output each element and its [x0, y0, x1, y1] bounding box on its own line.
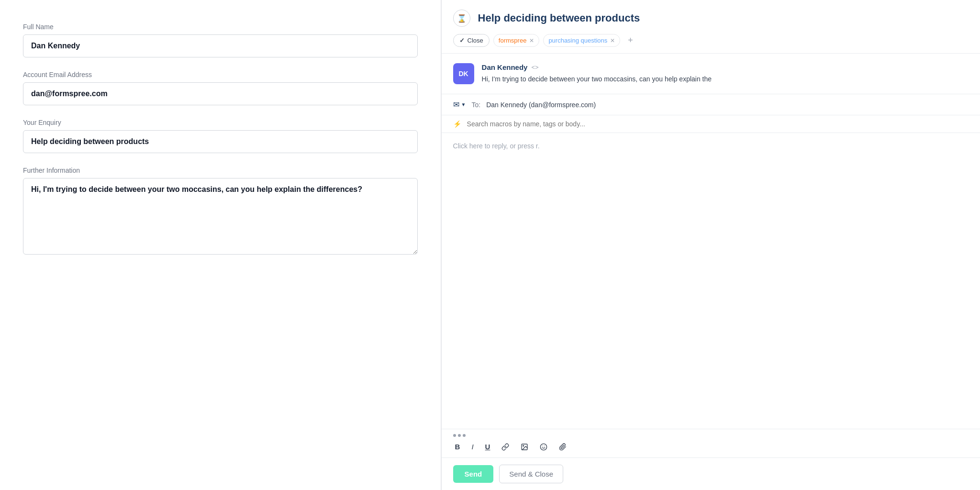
link-button[interactable]	[500, 441, 511, 453]
email-group: Account Email Address	[23, 71, 418, 105]
sender-row: Dan Kennedy <>	[482, 63, 969, 71]
mail-icon: ✉	[453, 100, 459, 109]
mail-icon-button[interactable]: ✉ ▼	[453, 100, 466, 109]
formspree-tag[interactable]: formspree ✕	[493, 34, 540, 47]
code-icon: <>	[531, 64, 538, 71]
close-tag-button[interactable]: ✓ Close	[453, 34, 490, 47]
enquiry-input[interactable]	[23, 130, 418, 153]
full-name-input[interactable]	[23, 34, 418, 57]
emoji-button[interactable]	[538, 441, 549, 453]
enquiry-label: Your Enquiry	[23, 119, 418, 126]
email-input[interactable]	[23, 82, 418, 105]
message-area: DK Dan Kennedy <> Hi, I'm trying to deci…	[442, 54, 980, 94]
purchasing-tag-label: purchasing questions	[548, 37, 607, 44]
attachment-button[interactable]	[557, 441, 568, 453]
reply-placeholder: Click here to reply, or press r.	[453, 142, 540, 150]
left-panel: Full Name Account Email Address Your Enq…	[0, 0, 441, 490]
image-icon	[521, 443, 528, 451]
conversation-title: Help deciding between products	[478, 12, 969, 24]
dot-3	[463, 434, 466, 437]
macro-row: ⚡	[442, 115, 980, 133]
lightning-icon: ⚡	[453, 120, 461, 128]
italic-button[interactable]: I	[469, 441, 475, 453]
close-tag-label: Close	[468, 37, 483, 44]
formspree-tag-label: formspree	[499, 37, 527, 44]
message-content: Dan Kennedy <> Hi, I'm trying to decide …	[482, 63, 969, 84]
image-button[interactable]	[519, 441, 530, 453]
toolbar-buttons: B I U	[453, 441, 969, 453]
full-name-label: Full Name	[23, 23, 418, 31]
right-panel: ⌛ Help deciding between products ✓ Close…	[441, 0, 980, 490]
message-text: Hi, I'm trying to decide between your tw…	[482, 74, 969, 84]
action-bar: Send Send & Close	[442, 457, 980, 490]
link-icon	[501, 443, 509, 451]
full-name-group: Full Name	[23, 23, 418, 57]
email-label: Account Email Address	[23, 71, 418, 78]
conversation-header: ⌛ Help deciding between products ✓ Close…	[442, 0, 980, 54]
send-close-button[interactable]: Send & Close	[499, 465, 563, 483]
toolbar-dots	[453, 434, 969, 437]
macro-search-input[interactable]	[467, 120, 969, 128]
underline-button[interactable]: U	[483, 441, 492, 453]
purchasing-tag[interactable]: purchasing questions ✕	[543, 34, 620, 47]
further-info-group: Further Information	[23, 167, 418, 256]
purchasing-tag-remove[interactable]: ✕	[610, 37, 615, 44]
editor-toolbar: B I U	[442, 429, 980, 457]
to-label: To:	[472, 101, 481, 109]
emoji-icon	[540, 443, 547, 451]
add-tag-button[interactable]: +	[624, 33, 637, 47]
to-row: ✉ ▼ To: Dan Kennedy (dan@formspree.com)	[442, 94, 980, 115]
dot-1	[453, 434, 456, 437]
title-row: ⌛ Help deciding between products	[453, 10, 969, 27]
formspree-tag-remove[interactable]: ✕	[529, 37, 534, 44]
reply-text-area[interactable]: Click here to reply, or press r.	[442, 133, 980, 429]
history-button[interactable]: ⌛	[453, 10, 470, 27]
enquiry-group: Your Enquiry	[23, 119, 418, 153]
send-button[interactable]: Send	[453, 465, 494, 483]
attachment-icon	[559, 443, 567, 451]
tags-row: ✓ Close formspree ✕ purchasing questions…	[453, 33, 969, 53]
sender-name: Dan Kennedy	[482, 63, 528, 71]
svg-point-2	[541, 444, 547, 450]
history-icon: ⌛	[457, 14, 467, 23]
dropdown-arrow-icon: ▼	[461, 102, 466, 107]
checkmark-icon: ✓	[459, 37, 465, 44]
sender-avatar: DK	[453, 63, 474, 84]
to-value: Dan Kennedy (dan@formspree.com)	[486, 101, 596, 109]
dot-2	[458, 434, 461, 437]
reply-area: ✉ ▼ To: Dan Kennedy (dan@formspree.com) …	[442, 94, 980, 490]
bold-button[interactable]: B	[453, 441, 462, 453]
further-info-label: Further Information	[23, 167, 418, 174]
further-info-textarea[interactable]	[23, 178, 418, 255]
svg-point-1	[523, 445, 524, 446]
